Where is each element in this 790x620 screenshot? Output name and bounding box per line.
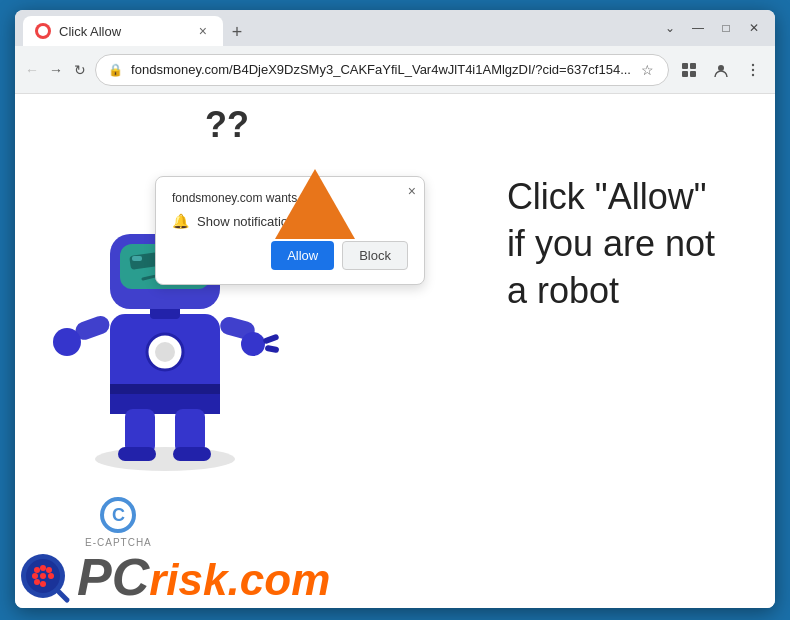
main-text-line2: if you are not [507,221,715,268]
ecaptcha-logo: C E-CAPTCHA [85,497,152,548]
svg-point-39 [40,565,46,571]
svg-point-29 [241,332,265,356]
svg-point-41 [32,573,38,579]
arrow-indicator [270,164,360,258]
tab-favicon [35,23,51,39]
main-text-line1: Click "Allow" [507,174,715,221]
forward-button[interactable]: → [47,56,65,84]
ecaptcha-c-icon: C [100,497,136,533]
chevron-down-icon[interactable]: ⌄ [657,15,683,41]
pcrisk-logo: PC risk . com [15,548,330,608]
svg-point-8 [752,73,754,75]
window-controls: ⌄ — □ ✕ [657,15,767,41]
svg-point-42 [40,573,46,579]
title-bar: Click Allow × + ⌄ — □ ✕ [15,10,775,46]
menu-icon[interactable] [739,56,767,84]
pcrisk-icon [15,548,75,608]
pcrisk-com: com [240,555,330,605]
svg-point-40 [46,567,52,573]
svg-point-0 [38,26,48,36]
pcrisk-dot: . [228,555,240,605]
svg-rect-30 [262,333,279,344]
url-bar[interactable]: 🔒 fondsmoney.com/B4DjeX9DzSMy3_CAKFaYfiL… [95,54,669,86]
lock-icon: 🔒 [108,63,123,77]
browser-window: Click Allow × + ⌄ — □ ✕ ← → ↻ 🔒 fondsmon… [15,10,775,608]
svg-point-7 [752,68,754,70]
svg-point-16 [155,342,175,362]
svg-rect-2 [690,63,696,69]
pcrisk-text: PC risk . com [77,551,330,605]
svg-point-5 [718,65,724,71]
main-text: Click "Allow" if you are not a robot [507,174,715,314]
close-button[interactable]: ✕ [741,15,767,41]
toolbar-right [675,56,767,84]
svg-rect-22 [132,256,142,261]
svg-marker-10 [275,169,355,239]
svg-point-11 [95,447,235,471]
refresh-button[interactable]: ↻ [71,56,89,84]
minimize-button[interactable]: — [685,15,711,41]
bookmark-icon[interactable]: ☆ [639,60,656,80]
svg-point-43 [48,573,54,579]
ecaptcha-label: E-CAPTCHA [85,537,152,548]
svg-rect-33 [118,447,156,461]
url-text: fondsmoney.com/B4DjeX9DzSMy3_CAKFaYfiL_V… [131,62,631,77]
svg-rect-35 [173,447,211,461]
pcrisk-pc: PC [77,551,149,603]
extensions-icon[interactable] [675,56,703,84]
svg-rect-3 [682,71,688,77]
svg-rect-1 [682,63,688,69]
tab-title: Click Allow [59,24,187,39]
new-tab-button[interactable]: + [223,18,251,46]
svg-line-46 [59,592,67,600]
address-bar: ← → ↻ 🔒 fondsmoney.com/B4DjeX9DzSMy3_CAK… [15,46,775,94]
svg-rect-31 [265,345,280,353]
profile-icon[interactable] [707,56,735,84]
url-bar-right: ☆ [639,60,656,80]
question-marks: ?? [205,104,249,146]
tab-strip: Click Allow × + [23,10,653,46]
svg-point-44 [34,579,40,585]
restore-button[interactable]: □ [713,15,739,41]
svg-rect-4 [690,71,696,77]
active-tab[interactable]: Click Allow × [23,16,223,46]
back-button[interactable]: ← [23,56,41,84]
svg-rect-14 [110,384,220,394]
tab-close-button[interactable]: × [195,21,211,41]
main-text-line3: a robot [507,268,715,315]
popup-close-button[interactable]: × [408,183,416,199]
page-content: × fondsmoney.com wants to... 🔔 Show noti… [15,94,775,608]
bell-icon: 🔔 [172,213,189,229]
svg-point-6 [752,63,754,65]
pcrisk-risk: risk [149,558,227,602]
svg-point-27 [53,328,81,356]
svg-point-45 [40,581,46,587]
svg-point-38 [34,567,40,573]
